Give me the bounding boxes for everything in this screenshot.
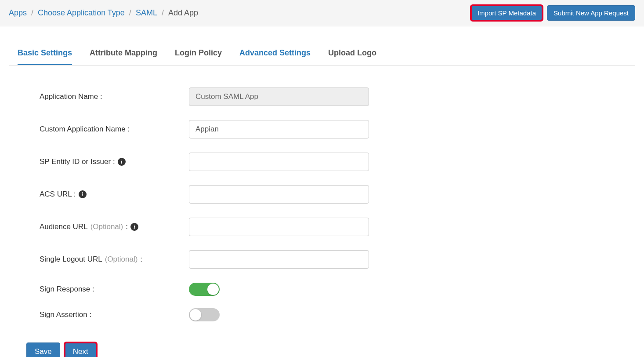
breadcrumb-sep: /	[162, 8, 164, 18]
tab-basic-settings[interactable]: Basic Settings	[18, 48, 72, 65]
label-sp-entity-id-text: SP Entity ID or Issuer :	[40, 157, 115, 166]
label-single-logout-url-suffix: :	[140, 255, 142, 264]
tab-advanced-settings[interactable]: Advanced Settings	[239, 48, 311, 65]
input-audience-url[interactable]	[189, 218, 369, 236]
label-application-name: Application Name :	[40, 92, 189, 101]
input-custom-application-name[interactable]	[189, 120, 369, 138]
input-sp-entity-id[interactable]	[189, 153, 369, 171]
info-icon[interactable]: i	[118, 158, 126, 166]
info-icon[interactable]: i	[130, 223, 138, 231]
label-single-logout-url: Single Logout URL (Optional) :	[40, 255, 189, 264]
toggle-knob	[190, 309, 201, 321]
toggle-knob	[207, 284, 219, 295]
form-area: Application Name : Custom Application Na…	[9, 66, 635, 321]
breadcrumb-choose-type[interactable]: Choose Application Type	[38, 8, 125, 18]
breadcrumb-saml[interactable]: SAML	[136, 8, 157, 18]
label-single-logout-url-optional: (Optional)	[105, 255, 138, 264]
tabs: Basic Settings Attribute Mapping Login P…	[9, 35, 635, 66]
label-audience-url: Audience URL (Optional) : i	[40, 222, 189, 231]
row-audience-url: Audience URL (Optional) : i	[40, 218, 635, 236]
toggle-sign-response[interactable]	[189, 283, 220, 296]
row-custom-application-name: Custom Application Name :	[40, 120, 635, 138]
breadcrumb-apps[interactable]: Apps	[9, 8, 27, 18]
import-sp-metadata-button[interactable]: Import SP Metadata	[471, 5, 543, 21]
row-acs-url: ACS URL : i	[40, 185, 635, 204]
row-single-logout-url: Single Logout URL (Optional) :	[40, 250, 635, 269]
label-sp-entity-id: SP Entity ID or Issuer : i	[40, 157, 189, 166]
header-buttons: Import SP Metadata Submit New App Reques…	[471, 5, 635, 21]
content-area: Basic Settings Attribute Mapping Login P…	[0, 26, 644, 357]
label-audience-url-text: Audience URL	[40, 222, 88, 231]
header-bar: Apps / Choose Application Type / SAML / …	[0, 0, 644, 26]
label-audience-url-suffix: :	[126, 222, 128, 231]
footer-buttons: Save Next	[9, 334, 635, 357]
row-sign-assertion: Sign Assertion :	[40, 308, 635, 321]
label-single-logout-url-text: Single Logout URL	[40, 255, 102, 264]
next-button[interactable]: Next	[65, 342, 97, 357]
save-button[interactable]: Save	[26, 342, 60, 357]
breadcrumb-sep: /	[129, 8, 131, 18]
breadcrumb-current: Add App	[168, 8, 198, 18]
input-application-name	[189, 87, 369, 106]
toggle-sign-assertion[interactable]	[189, 308, 220, 321]
label-sign-assertion: Sign Assertion :	[40, 310, 189, 319]
label-custom-application-name: Custom Application Name :	[40, 125, 189, 134]
row-sign-response: Sign Response :	[40, 283, 635, 296]
breadcrumb: Apps / Choose Application Type / SAML / …	[9, 8, 198, 18]
row-application-name: Application Name :	[40, 87, 635, 106]
input-acs-url[interactable]	[189, 185, 369, 204]
label-sign-response: Sign Response :	[40, 285, 189, 294]
submit-new-app-request-button[interactable]: Submit New App Request	[547, 5, 635, 21]
input-single-logout-url[interactable]	[189, 250, 369, 269]
tab-attribute-mapping[interactable]: Attribute Mapping	[90, 48, 157, 65]
label-audience-url-optional: (Optional)	[90, 222, 123, 231]
breadcrumb-sep: /	[31, 8, 33, 18]
label-acs-url-text: ACS URL :	[40, 190, 76, 199]
tab-upload-logo[interactable]: Upload Logo	[328, 48, 376, 65]
tab-login-policy[interactable]: Login Policy	[175, 48, 222, 65]
label-acs-url: ACS URL : i	[40, 190, 189, 199]
row-sp-entity-id: SP Entity ID or Issuer : i	[40, 153, 635, 171]
info-icon[interactable]: i	[79, 190, 87, 198]
